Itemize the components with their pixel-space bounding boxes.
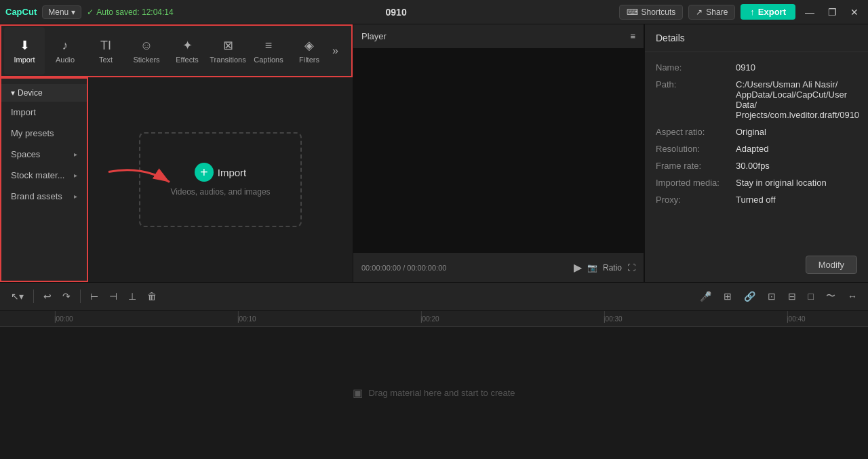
toolbar-divider-1	[33, 290, 34, 303]
checkmark-icon: ✓	[87, 7, 94, 17]
detail-row: Resolution:Adapted	[645, 140, 868, 157]
modify-button[interactable]: Modify	[806, 256, 857, 274]
trim-left-button[interactable]: ⊣	[105, 288, 121, 304]
import-label: Import	[218, 167, 247, 178]
import-icon: ⬇	[20, 38, 30, 53]
ratio-button[interactable]: Ratio	[603, 263, 622, 273]
player-panel: Player ≡ 00:00:00:00 / 00:00:00:00 ▶ 📷 R…	[353, 24, 644, 282]
sidebar-item-brand-assets[interactable]: Brand assets▸	[1, 186, 87, 207]
export-icon: ↑	[750, 7, 755, 17]
share-button[interactable]: ↗ Share	[688, 5, 735, 20]
maximize-button[interactable]: ❐	[824, 7, 841, 18]
magnet-button[interactable]: ⊞	[719, 288, 736, 304]
main-layout: ⬇Import♪AudioTIText☺Stickers✦Effects⊠Tra…	[0, 24, 868, 459]
menu-button[interactable]: Menu ▾	[42, 5, 81, 19]
sidebar-section-device: ▾Device	[1, 84, 87, 102]
detail-row: Path:C:/Users/Usman Ali Nasir/ AppData/L…	[645, 76, 868, 123]
mic-button[interactable]: 🎤	[696, 288, 715, 304]
export-label: Export	[758, 7, 786, 17]
toolbar-item-stickers[interactable]: ☺Stickers	[126, 27, 167, 75]
menu-label: Menu	[48, 7, 68, 17]
project-title: 0910	[386, 7, 407, 18]
title-bar-left: CapCut Menu ▾ ✓ Auto saved: 12:04:14	[5, 5, 174, 19]
menu-arrow: ▾	[71, 7, 75, 17]
link-media-button[interactable]: 🔗	[740, 288, 760, 304]
undo-button[interactable]: ↩	[39, 288, 56, 304]
shortcuts-icon: ⌨	[627, 7, 638, 17]
details-header: Details	[645, 24, 868, 52]
toolbar-divider-2	[80, 290, 81, 303]
wave-button[interactable]: 〜	[822, 287, 840, 305]
player-menu-icon: ≡	[630, 31, 635, 41]
sidebar-item-import[interactable]: Import	[1, 102, 87, 123]
edit-toolbar: ↖▾ ↩ ↷ ⊢ ⊣ ⊥ 🗑 🎤 ⊞ 🔗 ⊡ ⊟ □ 〜 ↔	[0, 282, 868, 311]
redo-button[interactable]: ↷	[58, 288, 75, 304]
toolbar-item-audio[interactable]: ♪Audio	[45, 27, 85, 75]
player-canvas	[353, 49, 644, 252]
player-title: Player	[361, 31, 387, 41]
ruler-tick: |00:00	[54, 311, 73, 327]
text-icon: TI	[100, 39, 111, 53]
share-icon: ↗	[696, 7, 703, 17]
play-button[interactable]: ▶	[574, 261, 582, 274]
close-button[interactable]: ✕	[846, 7, 863, 18]
sidebar-item-stock-materials[interactable]: Stock mater...▸	[1, 165, 87, 186]
timeline-ruler: |00:00|00:10|00:20|00:30|00:40	[0, 311, 868, 327]
sidebar-section-label: Device	[18, 88, 43, 98]
left-panel: ⬇Import♪AudioTIText☺Stickers✦Effects⊠Tra…	[0, 24, 353, 282]
drag-hint-text: Drag material here and start to create	[368, 388, 515, 398]
auto-saved-indicator: ✓ Auto saved: 12:04:14	[87, 7, 173, 17]
zoom-fit-button[interactable]: ↔	[844, 288, 861, 304]
align-button[interactable]: ⊟	[784, 288, 800, 304]
import-sublabel: Videos, audios, and images	[170, 187, 270, 197]
captions-icon: ≡	[265, 39, 273, 53]
split-button[interactable]: ⊢	[86, 288, 102, 304]
minimize-button[interactable]: —	[801, 7, 818, 18]
timeline-body[interactable]: ▣ Drag material here and start to create	[0, 327, 868, 459]
import-area: +ImportVideos, audios, and images	[88, 77, 353, 282]
delete-button[interactable]: 🗑	[143, 288, 161, 304]
drag-icon: ▣	[353, 386, 363, 399]
unlink-button[interactable]: ⊡	[764, 288, 780, 304]
screenshot-button[interactable]: 📷	[587, 263, 597, 273]
select-tool-button[interactable]: ↖▾	[7, 288, 28, 304]
filters-icon: ◈	[304, 38, 314, 53]
sidebar-item-my-presets[interactable]: My presets	[1, 123, 87, 144]
title-bar: CapCut Menu ▾ ✓ Auto saved: 12:04:14 091…	[0, 0, 868, 24]
export-button[interactable]: ↑ Export	[741, 4, 795, 20]
preview-button[interactable]: □	[804, 288, 818, 304]
share-label: Share	[706, 7, 728, 17]
toolbar-item-captions[interactable]: ≡Captions	[248, 27, 289, 75]
toolbar-more-button[interactable]: »	[330, 45, 341, 57]
detail-row: Imported media:Stay in original location	[645, 174, 868, 191]
arrow-indicator	[102, 159, 183, 201]
toolbar-item-transitions[interactable]: ⊠Transitions	[208, 27, 248, 75]
ruler-tick: |00:40	[787, 311, 806, 327]
toolbar: ⬇Import♪AudioTIText☺Stickers✦Effects⊠Tra…	[0, 24, 353, 77]
fullscreen-button[interactable]: ⛶	[627, 263, 635, 273]
app-logo: CapCut	[5, 7, 37, 17]
edit-toolbar-right: 🎤 ⊞ 🔗 ⊡ ⊟ □ 〜 ↔	[696, 287, 861, 305]
toolbar-item-effects[interactable]: ✦Effects	[167, 27, 208, 75]
ruler-tick: |00:20	[420, 311, 439, 327]
shortcuts-button[interactable]: ⌨ Shortcuts	[619, 5, 684, 20]
sidebar-item-spaces[interactable]: Spaces▸	[1, 144, 87, 165]
details-body: Name:0910Path:C:/Users/Usman Ali Nasir/ …	[645, 52, 868, 250]
timeline: |00:00|00:10|00:20|00:30|00:40 ▣ Drag ma…	[0, 311, 868, 459]
effects-icon: ✦	[182, 38, 193, 53]
toolbar-item-filters[interactable]: ◈Filters	[289, 27, 330, 75]
shortcuts-label: Shortcuts	[642, 7, 676, 17]
trim-right-button[interactable]: ⊥	[124, 288, 140, 304]
detail-row: Name:0910	[645, 59, 868, 76]
player-controls: 00:00:00:00 / 00:00:00:00 ▶ 📷 Ratio ⛶	[353, 252, 644, 282]
toolbar-item-text[interactable]: TIText	[85, 27, 126, 75]
top-section: ⬇Import♪AudioTIText☺Stickers✦Effects⊠Tra…	[0, 24, 868, 282]
title-bar-right: ⌨ Shortcuts ↗ Share ↑ Export — ❐ ✕	[619, 4, 863, 20]
audio-icon: ♪	[62, 39, 68, 53]
detail-row: Proxy:Turned off	[645, 191, 868, 208]
detail-row: Aspect ratio:Original	[645, 123, 868, 140]
detail-row: Frame rate:30.00fps	[645, 157, 868, 174]
toolbar-item-import[interactable]: ⬇Import	[4, 27, 45, 75]
sidebar: ▾DeviceImportMy presetsSpaces▸Stock mate…	[0, 77, 88, 282]
stickers-icon: ☺	[140, 39, 153, 53]
